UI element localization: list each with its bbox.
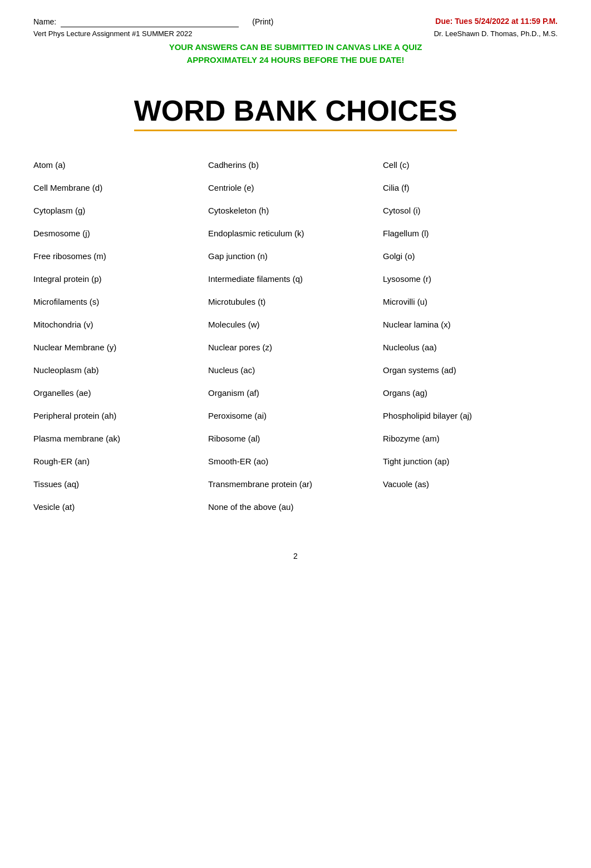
word-item: Organism (af) <box>208 381 383 404</box>
word-item: Atom (a) <box>33 153 208 176</box>
word-item: Nuclear lamina (x) <box>383 313 558 336</box>
word-item: Plasma membrane (ak) <box>33 427 208 450</box>
word-item: Smooth-ER (ao) <box>208 450 383 473</box>
word-item: Cytoskeleton (h) <box>208 199 383 222</box>
due-date: Due: Tues 5/24/2022 at 11:59 P.M. <box>435 17 558 26</box>
word-item: Phospholipid bilayer (aj) <box>383 404 558 427</box>
word-item: Integral protein (p) <box>33 267 208 290</box>
word-item: Golgi (o) <box>383 245 558 267</box>
page-title: WORD BANK CHOICES <box>134 94 457 131</box>
word-item: Microvilli (u) <box>383 290 558 313</box>
word-item: Tight junction (ap) <box>383 450 558 473</box>
instructor-info: Dr. LeeShawn D. Thomas, Ph.D., M.S. <box>434 29 558 38</box>
name-label: Name: <box>33 17 56 26</box>
word-item: Cilia (f) <box>383 176 558 199</box>
word-item: Lysosome (r) <box>383 267 558 290</box>
word-item: Peroxisome (ai) <box>208 404 383 427</box>
word-item: Gap junction (n) <box>208 245 383 267</box>
word-item: Transmembrane protein (ar) <box>208 473 383 495</box>
word-item: Microtubules (t) <box>208 290 383 313</box>
word-item: Organelles (ae) <box>33 381 208 404</box>
word-item: Nucleolus (aa) <box>383 336 558 359</box>
canvas-notice-line1: YOUR ANSWERS CAN BE SUBMITTED IN CANVAS … <box>33 41 558 54</box>
word-item: Intermediate filaments (q) <box>208 267 383 290</box>
page-number: 2 <box>33 552 558 561</box>
word-bank-column-1: Atom (a)Cell Membrane (d)Cytoplasm (g)De… <box>33 153 208 518</box>
word-item: None of the above (au) <box>208 495 383 518</box>
word-item: Ribozyme (am) <box>383 427 558 450</box>
word-item: Cell Membrane (d) <box>33 176 208 199</box>
word-item-empty <box>383 495 558 507</box>
course-info: Vert Phys Lecture Assignment #1 SUMMER 2… <box>33 29 192 38</box>
word-item: Nucleoplasm (ab) <box>33 359 208 381</box>
word-item: Cell (c) <box>383 153 558 176</box>
canvas-notice: YOUR ANSWERS CAN BE SUBMITTED IN CANVAS … <box>33 41 558 66</box>
word-bank-column-2: Cadherins (b)Centriole (e)Cytoskeleton (… <box>208 153 383 518</box>
word-item: Nuclear pores (z) <box>208 336 383 359</box>
word-item: Tissues (aq) <box>33 473 208 495</box>
word-item: Peripheral protein (ah) <box>33 404 208 427</box>
word-item: Cadherins (b) <box>208 153 383 176</box>
word-bank-grid: Atom (a)Cell Membrane (d)Cytoplasm (g)De… <box>33 153 558 518</box>
word-item: Rough-ER (an) <box>33 450 208 473</box>
name-underline <box>61 17 239 27</box>
word-bank-column-3: Cell (c)Cilia (f)Cytosol (i)Flagellum (l… <box>383 153 558 518</box>
word-item: Vacuole (as) <box>383 473 558 495</box>
word-item: Centriole (e) <box>208 176 383 199</box>
word-item: Molecules (w) <box>208 313 383 336</box>
word-item: Flagellum (l) <box>383 222 558 245</box>
word-item: Cytoplasm (g) <box>33 199 208 222</box>
word-item: Endoplasmic reticulum (k) <box>208 222 383 245</box>
word-item: Microfilaments (s) <box>33 290 208 313</box>
word-item: Nucleus (ac) <box>208 359 383 381</box>
word-item: Desmosome (j) <box>33 222 208 245</box>
word-item: Ribosome (al) <box>208 427 383 450</box>
word-item: Cytosol (i) <box>383 199 558 222</box>
word-item: Vesicle (at) <box>33 495 208 518</box>
word-item: Organ systems (ad) <box>383 359 558 381</box>
word-item: Free ribosomes (m) <box>33 245 208 267</box>
print-label: (Print) <box>252 17 273 26</box>
word-item: Mitochondria (v) <box>33 313 208 336</box>
word-item: Organs (ag) <box>383 381 558 404</box>
canvas-notice-line2: APPROXIMATELY 24 HOURS BEFORE THE DUE DA… <box>33 54 558 67</box>
word-item: Nuclear Membrane (y) <box>33 336 208 359</box>
